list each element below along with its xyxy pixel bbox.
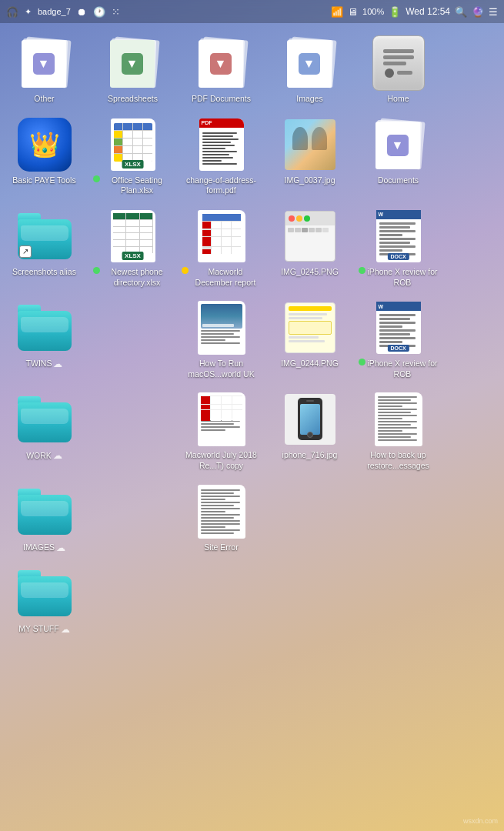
desktop-item-spreadsheets[interactable]: ▼ Spreadsheets: [88, 29, 177, 111]
desktop-item-other[interactable]: ▼ Other: [0, 29, 88, 111]
item-label-other: Other: [34, 94, 54, 105]
item-label-images-folder: IMAGES: [23, 542, 55, 553]
desktop-item-macworld-july[interactable]: Macworld July 2018 Re...T) copy: [177, 385, 265, 477]
item-label-pdf-documents: PDF Documents: [192, 94, 251, 105]
desktop-item-screenshots-alias[interactable]: ↗ Screenshots alias: [0, 202, 88, 294]
time-machine-icon[interactable]: 🕐: [93, 6, 105, 18]
desktop-item-img-0244[interactable]: IMG_0244.PNG: [265, 294, 354, 385]
desktop-item-empty1: [88, 294, 177, 385]
item-label-img-0245: IMG_0245.PNG: [281, 267, 339, 278]
item-label-iphone-716: iphone_716.jpg: [282, 450, 338, 461]
item-label-iphone-x-review-2: iPhone X review for ROB: [367, 359, 438, 379]
item-label-home: Home: [387, 94, 409, 105]
item-label-office-seating-plan: Office Seating Plan.xlsx: [102, 175, 172, 196]
desktop-item-images-folder[interactable]: IMAGES ☁: [0, 478, 88, 559]
desktop-item-newest-phone-directory[interactable]: XLSX Newest phone directory.xlsx: [88, 202, 177, 294]
desktop-item-macworld-december[interactable]: Macworld December report: [177, 202, 265, 294]
item-label-site-error: Site Error: [204, 542, 238, 553]
desktop-item-img-0037[interactable]: IMG_0037.jpg: [265, 111, 354, 202]
menubar-time: Wed 12:54: [406, 6, 450, 17]
desktop-item-empty5: [354, 478, 442, 559]
desktop-item-empty3: [88, 478, 177, 559]
dots-icon[interactable]: ⁙: [112, 6, 120, 18]
desktop-item-documents[interactable]: ▼ Documents: [354, 111, 442, 202]
desktop-item-change-of-address[interactable]: PDF change-of-address-form.pdf: [177, 111, 265, 202]
watermark: wsxdn.com: [463, 817, 498, 825]
status-dot-macworld-dec: [182, 267, 189, 274]
desktop-item-img-0245[interactable]: IMG_0245.PNG: [265, 202, 354, 294]
display-icon[interactable]: 🖥: [348, 6, 358, 18]
battery-icon: 🔋: [389, 6, 401, 18]
desktop-item-images[interactable]: ▼ Images: [265, 29, 354, 111]
item-label-change-of-address: change-of-address-form.pdf: [183, 175, 260, 196]
desktop-item-empty2: [88, 385, 177, 477]
menubar: 🎧 ✦ badge_7 ⏺ 🕐 ⁙ 📶 🖥 100% 🔋 Wed 12:54 🔍…: [0, 0, 504, 23]
cloud-icon-images: ☁: [56, 542, 65, 553]
item-label-twins: TWINS: [26, 359, 52, 369]
status-dot-office-seating: [93, 175, 100, 182]
item-label-images: Images: [296, 94, 322, 105]
item-label-spreadsheets: Spreadsheets: [108, 94, 158, 105]
desktop-item-home[interactable]: Home: [354, 29, 442, 111]
item-label-screenshots-alias: Screenshots alias: [12, 267, 76, 278]
desktop-item-iphone-x-review-1[interactable]: W DOCX iPhone X review for ROB: [354, 202, 442, 294]
menubar-left: 🎧 ✦ badge_7 ⏺ 🕐 ⁙: [6, 6, 120, 18]
item-label-newest-phone-directory: Newest phone directory.xlsx: [102, 267, 172, 288]
desktop-item-work[interactable]: WORK ☁: [0, 385, 88, 477]
item-label-my-stuff: MY STUFF: [18, 624, 58, 635]
item-label-iphone-x-review-1: iPhone X review for ROB: [367, 267, 438, 288]
desktop-item-my-stuff[interactable]: MY STUFF ☁: [0, 559, 88, 641]
swift-icon[interactable]: ✦: [25, 7, 32, 17]
item-label-documents: Documents: [378, 175, 419, 186]
status-dot-iphone-review-2: [359, 359, 365, 365]
desktop-item-iphone-x-review-2[interactable]: W DOCX iPhone X review for ROB: [354, 294, 442, 385]
desktop-item-how-to-run[interactable]: How To Run macOS...world UK: [177, 294, 265, 385]
item-label-basic-paye-tools: Basic PAYE Tools: [12, 175, 75, 186]
item-label-how-to-run: How To Run macOS...world UK: [183, 359, 260, 379]
desktop-item-empty4: [265, 478, 354, 559]
siri-icon[interactable]: 🔮: [472, 6, 484, 18]
desktop-item-iphone-716[interactable]: iphone_716.jpg: [265, 385, 354, 477]
desktop-item-twins[interactable]: TWINS ☁: [0, 294, 88, 385]
cloud-icon-twins: ☁: [53, 359, 62, 369]
desktop-item-basic-paye-tools[interactable]: 👑 Basic PAYE Tools: [0, 111, 88, 202]
cloud-icon-work: ☁: [53, 450, 62, 461]
menu-icon[interactable]: ☰: [489, 6, 498, 18]
status-dot-iphone-review-1: [359, 267, 365, 274]
item-label-how-to-back-up: How to back up restore...essages: [360, 450, 437, 471]
search-icon[interactable]: 🔍: [455, 6, 467, 18]
cloud-icon-my-stuff: ☁: [61, 624, 70, 635]
screen-record-icon[interactable]: ⏺: [77, 6, 87, 18]
menubar-right: 📶 🖥 100% 🔋 Wed 12:54 🔍 🔮 ☰: [331, 6, 498, 18]
item-label-macworld-july: Macworld July 2018 Re...T) copy: [183, 450, 260, 471]
desktop-item-pdf-documents[interactable]: ▼ PDF Documents: [177, 29, 265, 111]
item-label-work: WORK: [26, 451, 52, 462]
desktop-item-office-seating-plan[interactable]: XLSX Office Seating Plan.xlsx: [88, 111, 177, 202]
desktop-item-how-to-back-up[interactable]: How to back up restore...essages: [354, 385, 442, 477]
desktop-item-site-error[interactable]: Site Error: [177, 478, 265, 559]
item-label-macworld-december: Macworld December report: [190, 267, 261, 288]
battery-percent: 100%: [362, 7, 384, 16]
item-label-img-0037: IMG_0037.jpg: [285, 175, 335, 186]
status-dot-newest-phone: [93, 267, 100, 274]
item-label-img-0244: IMG_0244.PNG: [281, 359, 339, 369]
badge-count: badge_7: [38, 7, 71, 16]
wifi-icon[interactable]: 📶: [331, 6, 343, 18]
desktop: ▼ Other ▼ Spreadsheets ▼: [0, 0, 504, 656]
headphones-icon[interactable]: 🎧: [6, 6, 18, 18]
